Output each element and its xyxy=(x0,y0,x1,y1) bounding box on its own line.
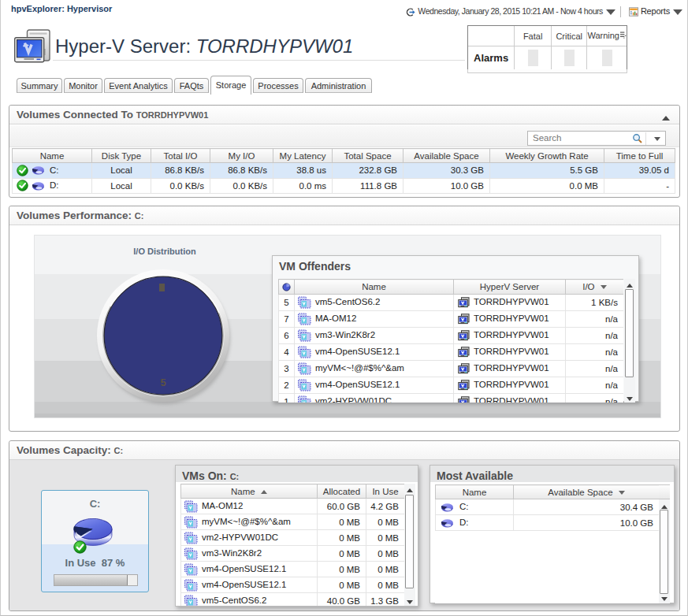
svg-text:5: 5 xyxy=(160,377,165,388)
